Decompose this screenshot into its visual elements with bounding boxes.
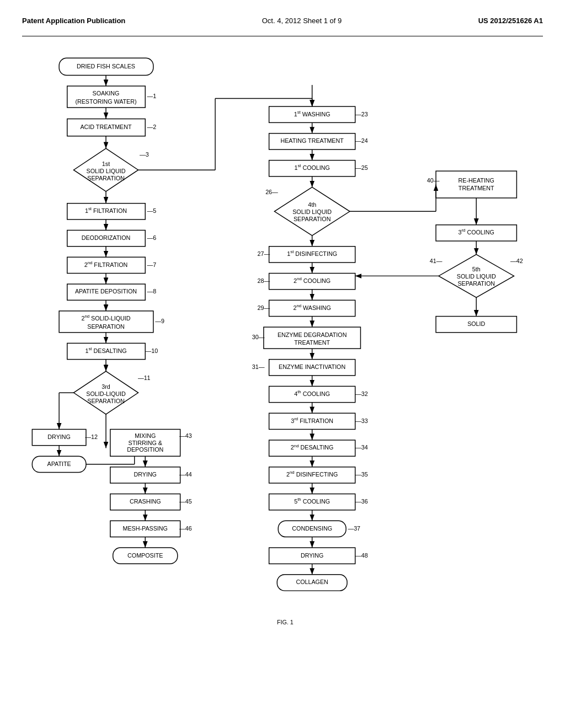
svg-text:—1: —1 [147, 93, 157, 99]
svg-text:40—: 40— [427, 177, 440, 184]
svg-text:—37: —37 [348, 525, 360, 532]
svg-text:1st FILTRATION: 1st FILTRATION [85, 206, 127, 214]
svg-text:—12: —12 [85, 433, 98, 440]
svg-text:—23: —23 [355, 111, 368, 117]
svg-text:CONDENSING: CONDENSING [292, 525, 332, 532]
svg-text:ENZYME DEGRADATION: ENZYME DEGRADATION [278, 331, 347, 338]
svg-text:CRASHING: CRASHING [130, 498, 161, 505]
svg-text:HEATING TREATMENT: HEATING TREATMENT [280, 137, 344, 144]
svg-text:DRYING: DRYING [47, 433, 71, 440]
page: Patent Application Publication Oct. 4, 2… [0, 0, 565, 728]
header: Patent Application Publication Oct. 4, 2… [22, 11, 543, 36]
svg-text:SEPARATION: SEPARATION [87, 398, 125, 404]
svg-text:TREATMENT: TREATMENT [459, 185, 494, 191]
svg-text:SEPARATION: SEPARATION [87, 175, 125, 181]
svg-text:31—: 31— [252, 363, 265, 370]
svg-text:DRYING: DRYING [134, 471, 156, 478]
svg-text:—25: —25 [355, 164, 368, 171]
svg-text:1st DISINFECTING: 1st DISINFECTING [287, 249, 337, 257]
svg-text:TREATMENT: TREATMENT [294, 339, 330, 346]
svg-text:3rd: 3rd [102, 383, 110, 390]
svg-text:—44: —44 [179, 471, 192, 478]
svg-text:—8: —8 [147, 288, 157, 295]
svg-text:MIXING: MIXING [135, 432, 156, 439]
svg-text:5th: 5th [472, 266, 481, 272]
svg-text:27—: 27— [258, 250, 270, 257]
svg-text:—36: —36 [355, 498, 368, 505]
header-left: Patent Application Publication [22, 17, 125, 25]
diagram-area: DRIED FISH SCALES SOAKING (RESTORING WAT… [22, 42, 543, 704]
svg-text:—48: —48 [355, 552, 368, 559]
svg-text:—2: —2 [147, 124, 157, 130]
svg-text:MESH-PASSING: MESH-PASSING [123, 525, 168, 532]
svg-text:SOLID LIQUID: SOLID LIQUID [87, 168, 126, 174]
svg-text:SOLID LIQUID: SOLID LIQUID [457, 273, 496, 280]
svg-text:COMPOSITE: COMPOSITE [127, 552, 163, 559]
header-right: US 2012/251626 A1 [478, 17, 543, 25]
svg-text:—43: —43 [179, 432, 192, 439]
svg-text:DEPOSITION: DEPOSITION [127, 446, 163, 453]
header-center: Oct. 4, 2012 Sheet 1 of 9 [262, 17, 342, 25]
svg-text:SEPARATION: SEPARATION [87, 323, 125, 330]
svg-text:—10: —10 [146, 347, 158, 354]
svg-text:—3: —3 [140, 151, 149, 158]
svg-text:RE-HEATING: RE-HEATING [459, 177, 494, 184]
svg-text:SEPARATION: SEPARATION [457, 280, 495, 287]
svg-text:SOLID LIQUID: SOLID LIQUID [292, 208, 332, 215]
svg-text:—46: —46 [179, 525, 192, 532]
svg-text:DRIED FISH SCALES: DRIED FISH SCALES [77, 63, 135, 69]
svg-text:29—: 29— [258, 304, 270, 311]
svg-text:—9: —9 [155, 318, 164, 324]
svg-text:STIRRING &: STIRRING & [129, 440, 162, 446]
svg-text:30—: 30— [252, 334, 265, 340]
svg-text:SOLID-LIQUID: SOLID-LIQUID [86, 390, 126, 397]
svg-text:SOLID: SOLID [467, 320, 485, 327]
svg-text:(RESTORING WATER): (RESTORING WATER) [75, 98, 136, 105]
svg-text:—45: —45 [179, 498, 192, 505]
svg-text:APATITE DEPOSITION: APATITE DEPOSITION [75, 288, 137, 295]
svg-text:—6: —6 [147, 234, 157, 241]
svg-text:—5: —5 [147, 207, 157, 214]
svg-text:—42: —42 [510, 258, 523, 264]
svg-text:—33: —33 [355, 417, 368, 424]
svg-text:COLLAGEN: COLLAGEN [296, 579, 328, 585]
svg-text:2nd DISINFECTING: 2nd DISINFECTING [286, 470, 338, 478]
svg-text:41—: 41— [430, 258, 443, 264]
svg-text:SEPARATION: SEPARATION [294, 216, 331, 222]
svg-text:ENZYME INACTIVATION: ENZYME INACTIVATION [279, 363, 345, 370]
svg-text:SOAKING: SOAKING [93, 90, 120, 97]
svg-text:—24: —24 [355, 137, 368, 144]
svg-text:1st DESALTING: 1st DESALTING [86, 346, 127, 354]
svg-text:—32: —32 [355, 390, 368, 397]
svg-text:1st: 1st [102, 160, 110, 167]
svg-text:—34: —34 [355, 444, 368, 451]
svg-text:DEODORIZATION: DEODORIZATION [82, 234, 131, 241]
svg-text:DRYING: DRYING [301, 552, 323, 559]
svg-text:ACID TREATMENT: ACID TREATMENT [80, 124, 132, 130]
svg-text:APATITE: APATITE [47, 461, 71, 467]
svg-text:28—: 28— [258, 277, 270, 284]
svg-text:26—: 26— [265, 189, 278, 195]
svg-text:—11: —11 [138, 374, 151, 381]
svg-text:—35: —35 [355, 471, 368, 478]
svg-text:4th: 4th [308, 201, 316, 208]
svg-text:—7: —7 [147, 261, 157, 268]
svg-text:FIG. 1: FIG. 1 [277, 619, 294, 625]
